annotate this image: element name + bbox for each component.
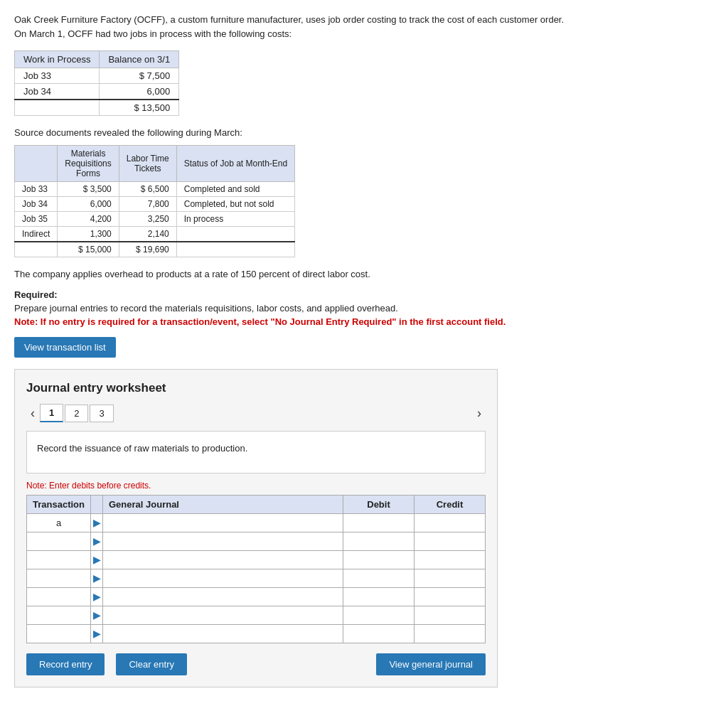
credit-cell[interactable]	[415, 532, 486, 551]
source-job33-status: Completed and sold	[176, 182, 294, 197]
journal-row: a▶	[27, 514, 486, 532]
source-col3-header: Status of Job at Month-End	[176, 146, 294, 182]
debit-cell[interactable]	[343, 551, 415, 569]
table-row: Job 34 6,000	[15, 84, 179, 100]
source-job35-label: Job 35	[15, 212, 58, 227]
transaction-cell	[27, 588, 91, 606]
source-job34-mat: 6,000	[58, 197, 119, 212]
journal-input[interactable]	[103, 606, 343, 624]
credit-input[interactable]	[415, 532, 485, 550]
balance-col2-header: Balance on 3/1	[100, 51, 179, 68]
transaction-cell	[27, 625, 91, 643]
debit-input[interactable]	[343, 532, 414, 550]
debit-input[interactable]	[343, 588, 414, 606]
view-transaction-button[interactable]: View transaction list	[14, 337, 116, 358]
required-heading: Required:	[14, 289, 697, 300]
journal-cell[interactable]	[103, 569, 343, 588]
debit-input[interactable]	[343, 606, 414, 624]
view-general-journal-button[interactable]: View general journal	[376, 653, 486, 675]
credit-input[interactable]	[415, 514, 485, 532]
col-transaction-header: Transaction	[27, 496, 91, 514]
intro-text: Oak Creek Furniture Factory (OCFF), a cu…	[14, 13, 697, 41]
journal-row: ▶	[27, 588, 486, 606]
table-row: Job 34 6,000 7,800 Completed, but not so…	[15, 197, 295, 212]
credit-cell[interactable]	[415, 514, 486, 532]
journal-row: ▶	[27, 532, 486, 551]
source-job35-status: In process	[176, 212, 294, 227]
debit-cell[interactable]	[343, 625, 415, 643]
source-col0-header	[15, 146, 58, 182]
journal-row: ▶	[27, 606, 486, 625]
journal-input[interactable]	[103, 625, 343, 643]
credit-cell[interactable]	[415, 588, 486, 606]
credit-cell[interactable]	[415, 625, 486, 643]
record-entry-button[interactable]: Record entry	[26, 653, 105, 675]
arrow-cell: ▶	[91, 532, 103, 551]
tab-1[interactable]: 1	[40, 404, 63, 422]
debit-cell[interactable]	[343, 514, 415, 532]
source-indirect-status	[176, 227, 294, 242]
journal-input[interactable]	[103, 569, 343, 587]
debit-input[interactable]	[343, 551, 414, 569]
balance-col1-header: Work in Process	[15, 51, 100, 68]
debit-input[interactable]	[343, 625, 414, 643]
col-credit-header: Credit	[415, 496, 486, 514]
debit-cell[interactable]	[343, 606, 415, 625]
journal-cell[interactable]	[103, 532, 343, 551]
balance-total-row: $ 13,500	[15, 100, 179, 116]
debit-input[interactable]	[343, 514, 414, 532]
worksheet-title: Journal entry worksheet	[26, 381, 486, 395]
credit-input[interactable]	[415, 569, 485, 587]
source-job35-labor: 3,250	[119, 212, 176, 227]
instruction-box: Record the issuance of raw materials to …	[26, 431, 486, 473]
journal-input[interactable]	[103, 532, 343, 550]
journal-input[interactable]	[103, 551, 343, 569]
credit-input[interactable]	[415, 551, 485, 569]
prev-tab-button[interactable]: ‹	[26, 405, 39, 422]
source-job34-labor: 7,800	[119, 197, 176, 212]
arrow-cell: ▶	[91, 606, 103, 625]
transaction-cell	[27, 532, 91, 551]
next-tab-button[interactable]: ›	[473, 405, 486, 422]
credit-cell[interactable]	[415, 606, 486, 625]
source-job35-mat: 4,200	[58, 212, 119, 227]
note-red: Note: If no entry is required for a tran…	[14, 316, 697, 327]
journal-cell[interactable]	[103, 625, 343, 643]
credit-cell[interactable]	[415, 551, 486, 569]
tab-3[interactable]: 3	[90, 405, 113, 422]
table-row: Job 33 $ 3,500 $ 6,500 Completed and sol…	[15, 182, 295, 197]
required-text: Prepare journal entries to record the ma…	[14, 303, 697, 314]
journal-cell[interactable]	[103, 514, 343, 532]
credit-cell[interactable]	[415, 569, 486, 588]
credit-input[interactable]	[415, 625, 485, 643]
source-total-label	[15, 242, 58, 257]
journal-cell[interactable]	[103, 588, 343, 606]
col-debit-header: Debit	[343, 496, 415, 514]
journal-input[interactable]	[103, 514, 343, 532]
journal-entry-worksheet: Journal entry worksheet ‹ 1 2 3 › Record…	[14, 369, 498, 687]
credit-input[interactable]	[415, 588, 485, 606]
journal-row: ▶	[27, 551, 486, 569]
journal-cell[interactable]	[103, 551, 343, 569]
instruction-text: Record the issuance of raw materials to …	[37, 443, 247, 454]
job34-amount: 6,000	[100, 84, 179, 100]
arrow-cell: ▶	[91, 569, 103, 588]
tab-2[interactable]: 2	[65, 405, 88, 422]
source-total-labor: $ 19,690	[119, 242, 176, 257]
debit-input[interactable]	[343, 569, 414, 587]
transaction-cell	[27, 569, 91, 588]
debit-cell[interactable]	[343, 588, 415, 606]
journal-input[interactable]	[103, 588, 343, 606]
source-total-row: $ 15,000 $ 19,690	[15, 242, 295, 257]
balance-table: Work in Process Balance on 3/1 Job 33 $ …	[14, 50, 179, 116]
overhead-text: The company applies overhead to products…	[14, 269, 697, 279]
debit-cell[interactable]	[343, 569, 415, 588]
note-debits: Note: Enter debits before credits.	[26, 481, 486, 491]
journal-row: ▶	[27, 625, 486, 643]
clear-entry-button[interactable]: Clear entry	[116, 653, 187, 675]
credit-input[interactable]	[415, 606, 485, 624]
debit-cell[interactable]	[343, 532, 415, 551]
job33-label: Job 33	[15, 68, 100, 84]
journal-cell[interactable]	[103, 606, 343, 625]
source-col2-header: Labor TimeTickets	[119, 146, 176, 182]
